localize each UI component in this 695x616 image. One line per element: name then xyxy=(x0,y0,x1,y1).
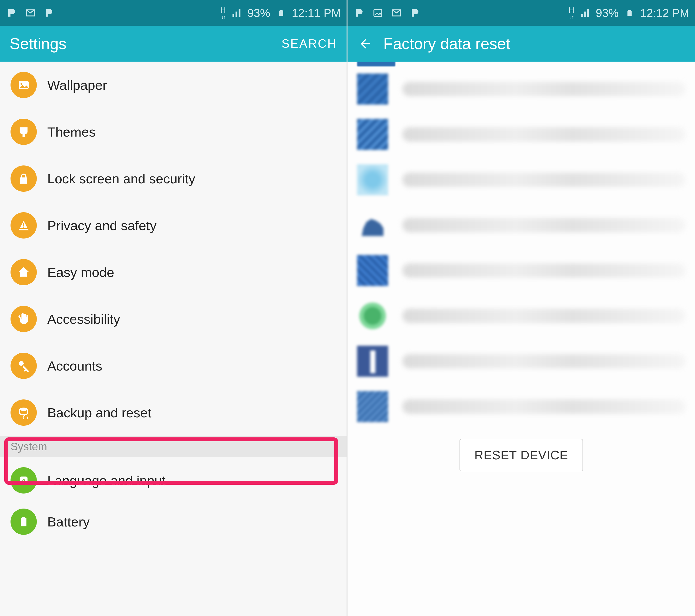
network-type-icon: H↓↑ xyxy=(220,6,226,20)
pandora-icon xyxy=(6,7,18,19)
list-item[interactable] xyxy=(357,384,685,429)
settings-item-privacy[interactable]: Privacy and safety xyxy=(0,202,346,249)
list-item[interactable] xyxy=(357,157,685,203)
settings-item-easy-mode[interactable]: Easy mode xyxy=(0,249,346,295)
settings-item-label: Privacy and safety xyxy=(47,218,157,233)
app-bar: Settings SEARCH xyxy=(0,26,346,62)
key-icon xyxy=(11,353,37,379)
settings-item-label: Battery xyxy=(47,514,89,530)
search-button[interactable]: SEARCH xyxy=(282,37,337,51)
account-icon xyxy=(357,164,388,195)
svg-rect-3 xyxy=(23,227,24,228)
settings-item-label: Accounts xyxy=(47,358,102,374)
battery-icon xyxy=(11,509,37,535)
status-bar: H↓↑ 93% 12:11 PM xyxy=(0,0,346,26)
account-label-redacted xyxy=(403,218,685,232)
battery-icon xyxy=(624,7,635,19)
picture-icon xyxy=(11,72,37,98)
settings-item-label: Accessibility xyxy=(47,311,120,327)
reset-device-button[interactable]: RESET DEVICE xyxy=(459,439,583,471)
account-icon xyxy=(357,391,388,422)
settings-item-label: Backup and reset xyxy=(47,405,151,421)
account-icon xyxy=(357,255,388,286)
account-label-redacted xyxy=(403,309,685,323)
svg-point-5 xyxy=(20,408,28,411)
settings-item-backup-reset[interactable]: Backup and reset xyxy=(0,389,346,436)
account-icon xyxy=(357,346,388,377)
settings-item-label: Language and input xyxy=(47,473,166,488)
account-icon xyxy=(357,73,388,105)
list-item[interactable] xyxy=(357,339,685,384)
account-label-redacted xyxy=(403,127,685,141)
account-icon xyxy=(357,119,388,150)
factory-reset-screen: H↓↑ 93% 12:12 PM Factory data reset R xyxy=(348,0,695,616)
account-label-redacted xyxy=(403,82,685,96)
clock: 12:12 PM xyxy=(640,6,689,20)
svg-text:A: A xyxy=(21,477,26,485)
settings-item-language[interactable]: A Language and input xyxy=(0,457,346,504)
settings-item-label: Easy mode xyxy=(47,264,114,280)
settings-item-label: Lock screen and security xyxy=(47,171,195,187)
svg-point-1 xyxy=(20,83,22,85)
battery-percent: 93% xyxy=(596,6,618,20)
settings-screen: H↓↑ 93% 12:11 PM Settings SEARCH Wallpap… xyxy=(0,0,348,616)
gmail-icon xyxy=(390,7,403,19)
battery-icon xyxy=(275,7,287,19)
section-header-system: System xyxy=(0,436,346,457)
settings-item-battery[interactable]: Battery xyxy=(0,504,346,540)
status-bar: H↓↑ 93% 12:12 PM xyxy=(348,0,695,26)
settings-item-label: Themes xyxy=(47,124,96,140)
svg-rect-2 xyxy=(23,223,24,226)
settings-item-lock-security[interactable]: Lock screen and security xyxy=(0,155,346,202)
clock: 12:11 PM xyxy=(292,6,341,20)
page-title: Factory data reset xyxy=(383,35,510,53)
backup-icon xyxy=(11,399,37,426)
settings-item-accessibility[interactable]: Accessibility xyxy=(0,295,346,342)
settings-item-wallpaper[interactable]: Wallpaper xyxy=(0,62,346,108)
signal-icon xyxy=(231,7,242,19)
list-item[interactable] xyxy=(357,203,685,248)
settings-list[interactable]: Wallpaper Themes Lock screen and securit… xyxy=(0,62,346,616)
app-bar: Factory data reset xyxy=(348,26,695,62)
settings-item-label: Wallpaper xyxy=(47,78,107,93)
back-button[interactable] xyxy=(357,35,374,52)
section-header-label: System xyxy=(11,440,47,453)
signal-icon xyxy=(579,7,591,19)
list-item[interactable] xyxy=(357,293,685,339)
account-icon xyxy=(357,210,388,241)
settings-item-accounts[interactable]: Accounts xyxy=(0,342,346,389)
list-item[interactable] xyxy=(357,66,685,112)
settings-item-themes[interactable]: Themes xyxy=(0,108,346,155)
account-label-redacted xyxy=(403,173,685,187)
battery-percent: 93% xyxy=(247,6,270,20)
page-title: Settings xyxy=(10,35,66,53)
brush-icon xyxy=(11,119,37,145)
warning-icon xyxy=(11,212,37,239)
account-label-redacted xyxy=(403,263,685,278)
list-item[interactable] xyxy=(357,248,685,293)
gmail-icon xyxy=(24,7,36,19)
account-label-redacted xyxy=(403,399,685,414)
lock-icon xyxy=(11,166,37,192)
language-icon: A xyxy=(11,467,37,494)
pandora-icon xyxy=(43,7,55,19)
pandora-icon xyxy=(409,7,421,19)
pandora-icon xyxy=(353,7,365,19)
list-item[interactable] xyxy=(357,112,685,157)
network-type-icon: H↓↑ xyxy=(569,6,574,20)
account-label-redacted xyxy=(403,354,685,369)
list-item xyxy=(357,62,395,66)
hand-icon xyxy=(11,306,37,332)
home-icon xyxy=(11,259,37,285)
accounts-list[interactable]: RESET DEVICE xyxy=(348,62,695,616)
account-icon xyxy=(357,301,388,331)
image-icon xyxy=(372,7,384,19)
